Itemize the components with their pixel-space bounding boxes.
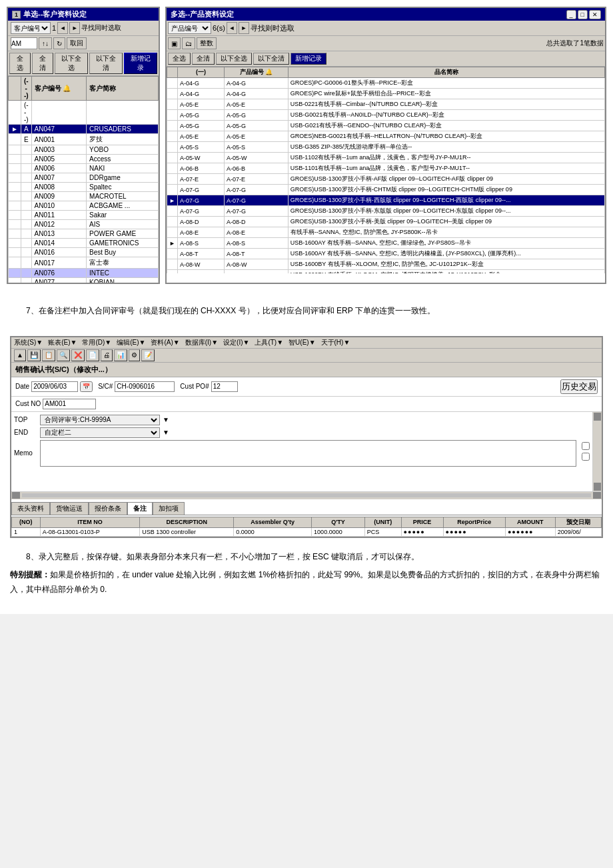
menu-about[interactable]: 天于(H)▼ <box>321 338 350 347</box>
menu-system[interactable]: 系统(S)▼ <box>14 338 43 347</box>
toolbar-btn-6[interactable]: 📄 <box>86 349 99 361</box>
checkbox-2[interactable] <box>582 453 590 461</box>
prod-retrieve-btn[interactable]: 整数 <box>197 37 217 49</box>
table-row[interactable]: A-08-WA-08-W USB-1600BY 有线手柄--XLOOM, 空想I… <box>167 259 605 270</box>
maximize-btn[interactable]: □ <box>578 10 588 19</box>
table-row[interactable]: AN017 富士泰 <box>9 257 159 269</box>
toolbar-btn-10[interactable]: 📝 <box>141 349 155 361</box>
menu-settings[interactable]: 设定(I)▼ <box>223 338 249 347</box>
table-row[interactable]: AN008 Spaltec <box>9 183 159 192</box>
table-row[interactable]: (---) <box>9 101 159 125</box>
close-btn[interactable]: ✕ <box>589 10 601 19</box>
table-row[interactable]: AN005 Access <box>9 155 159 164</box>
table-row[interactable]: AN016 Best Buy <box>9 248 159 257</box>
menu-common[interactable]: 常用(D)▼ <box>82 338 111 347</box>
table-row[interactable]: AN009 MACROTEL <box>9 192 159 201</box>
table-row[interactable]: AN077 KOBIAN <box>9 278 159 283</box>
menu-db[interactable]: 数据库(I)▼ <box>185 338 218 347</box>
checkbox-1[interactable] <box>582 442 590 450</box>
prod-nav-next[interactable]: ► <box>239 22 249 34</box>
table-row[interactable]: AN003 YOBO <box>9 145 159 155</box>
menu-data[interactable]: 资料(A)▼ <box>151 338 179 347</box>
toolbar-btn-1[interactable]: ▲ <box>14 349 26 361</box>
toolbar-btn-5[interactable]: ❌ <box>71 349 85 361</box>
tab-shipping[interactable]: 货物运送 <box>50 502 89 515</box>
prod-clear-all-btn[interactable]: 全清 <box>192 53 215 65</box>
prod-new-record-btn[interactable]: 新增记录 <box>291 53 326 65</box>
table-row[interactable]: A-07-GA-07-G GROES)USB-1300罗技小手柄-东版版 cli… <box>167 206 605 217</box>
product-field-dropdown[interactable]: 产品编号 <box>168 22 211 34</box>
menu-tools[interactable]: 上具(T)▼ <box>255 338 283 347</box>
select-all-btn[interactable]: 全选 <box>9 53 31 74</box>
clear-all-btn[interactable]: 全清 <box>32 53 53 74</box>
table-row[interactable]: A-05-SA-05-S USB-G385 ZIP-385/无线游动摩手柄--单… <box>167 142 605 153</box>
table-row[interactable]: A-05-EA-05-E USB-0221有线手柄--Cimbar--(N/TU… <box>167 99 605 110</box>
memo-textarea[interactable] <box>40 440 576 467</box>
table-row[interactable]: A-05-GA-05-G USB-G0021有线手柄--AN0ILD--(N/T… <box>167 110 605 121</box>
table-row[interactable]: AN014 GAMETRONICS <box>9 239 159 248</box>
end-dropdown[interactable]: 自定栏二 <box>40 427 160 438</box>
tab-header[interactable]: 表头资料 <box>11 502 50 515</box>
toolbar-btn-4[interactable]: 🔍 <box>57 349 70 361</box>
toolbar-btn-8[interactable]: 📊 <box>114 349 127 361</box>
table-row[interactable]: A-08-TA-08-T USB-1600AY 有线手柄--SANNA, 空想I… <box>167 249 605 259</box>
table-row[interactable]: AN010 ACBGAME ... <box>9 201 159 211</box>
minimize-btn[interactable]: _ <box>566 10 576 19</box>
prod-clear-below-btn[interactable]: 以下全清 <box>253 53 289 65</box>
customer-refresh-btn[interactable]: ↻ <box>53 37 65 49</box>
table-row[interactable]: 1 A-08-G13001-0103-P USB 1300 controller… <box>12 527 602 536</box>
table-row[interactable]: A-08-DA-08-D GROES)USB-1300罗技小手柄-美版 clip… <box>167 217 605 227</box>
toolbar-btn-9[interactable]: ⚙ <box>129 349 140 361</box>
tab-quotation[interactable]: 报价条条 <box>89 502 127 515</box>
table-row[interactable]: A-07-GA-07-G GROES)USB-1300罗技小手柄-CHTM版 c… <box>167 185 605 195</box>
table-row[interactable]: A-05-EA-05-E GROES)NEB-G0021有线手柄--HELLAT… <box>167 131 605 142</box>
toolbar-btn-3[interactable]: 📋 <box>42 349 55 361</box>
table-row[interactable]: A-08-EA-08-E 有线手柄--SANNA, 空想IC, 防护黑色, JY… <box>167 227 605 238</box>
toolbar-btn-7[interactable]: 🖨 <box>101 349 113 361</box>
cust-po-input[interactable] <box>211 381 238 392</box>
toolbar-btn-2[interactable]: 💾 <box>27 349 41 361</box>
date-picker-btn[interactable]: 📅 <box>80 381 93 392</box>
cust-no-input[interactable] <box>43 399 96 409</box>
table-row[interactable]: ► A AN047 CRUSADERS <box>9 125 159 134</box>
sc-input[interactable] <box>115 381 175 392</box>
customer-field-dropdown[interactable]: 客户编号 <box>11 22 51 34</box>
nav-prev-btn[interactable]: ◄ <box>57 22 68 34</box>
table-row[interactable]: E AN001 罗技 <box>9 134 159 145</box>
table-row[interactable]: ►A-07-GA-07-G GROES)USB-1300罗技小手柄-西版版 cl… <box>167 195 605 206</box>
select-below-btn[interactable]: 以下全选 <box>55 53 88 74</box>
tab-addon[interactable]: 加扣项 <box>153 502 185 515</box>
table-row[interactable]: AN012 AIS <box>9 220 159 229</box>
table-row[interactable]: A-09-DA-09-D USB-1600BY 有线手柄--XLOOM, 空想I… <box>167 270 605 274</box>
table-row[interactable]: AN007 DDRgame <box>9 173 159 183</box>
table-row[interactable]: ►A-08-SA-08-S USB-1600AY 有线手柄--SANNA, 空想… <box>167 238 605 249</box>
table-row[interactable]: AN011 Sakar <box>9 211 159 220</box>
customer-sort-btn[interactable]: ↑↓ <box>39 37 52 49</box>
customer-retrieve-btn[interactable]: 取回 <box>67 37 87 49</box>
menu-smart[interactable]: 智U(E)▼ <box>289 338 315 347</box>
table-row[interactable]: AN006 NAKI <box>9 164 159 173</box>
table-row[interactable]: A-05-WA-05-W USB-1102有线手柄--1um ana品牌，浅黄色… <box>167 153 605 163</box>
nav-next-btn[interactable]: ► <box>69 22 80 34</box>
table-row[interactable]: AN076 INTEC <box>9 269 159 278</box>
top-dropdown[interactable]: 合同评审号:CH-9999A <box>40 415 160 425</box>
table-row[interactable]: AN013 POWER GAME <box>9 229 159 239</box>
clear-below-btn[interactable]: 以下全清 <box>89 53 123 74</box>
history-trade-btn[interactable]: 历史交易 <box>560 379 598 394</box>
prod-icon1[interactable]: ▣ <box>168 37 181 49</box>
date-input[interactable] <box>31 381 78 392</box>
tab-remarks[interactable]: 备注 <box>127 502 153 515</box>
prod-icon2[interactable]: 🗂 <box>182 37 195 49</box>
new-record-btn[interactable]: 新增记录 <box>124 53 157 74</box>
table-row[interactable]: A-05-GA-05-G USB-G021有线手柄--GENDO--(N/TUR… <box>167 121 605 131</box>
prod-select-below-btn[interactable]: 以下全选 <box>216 53 252 65</box>
table-row[interactable]: A-04-GA-04-G GROES)PC-G0006-01整头手柄--PRIC… <box>167 78 605 89</box>
menu-ledger[interactable]: 账表(E)▼ <box>48 338 77 347</box>
table-row[interactable]: A-07-EA-07-E GROES)USB-1300罗技小手柄-AF版 cli… <box>167 174 605 185</box>
prod-select-all-btn[interactable]: 全选 <box>168 53 191 65</box>
customer-filter-input[interactable] <box>11 37 37 49</box>
table-row[interactable]: A-04-GA-04-G GROES)PC wire鼠标+鼠垫手柄组合品--PR… <box>167 89 605 99</box>
prod-nav-prev[interactable]: ◄ <box>227 22 237 34</box>
menu-edit[interactable]: 编辑(E)▼ <box>117 338 145 347</box>
table-row[interactable]: A-06-BA-06-B USB-1101有线手柄--1um ana品牌，浅黄色… <box>167 163 605 174</box>
